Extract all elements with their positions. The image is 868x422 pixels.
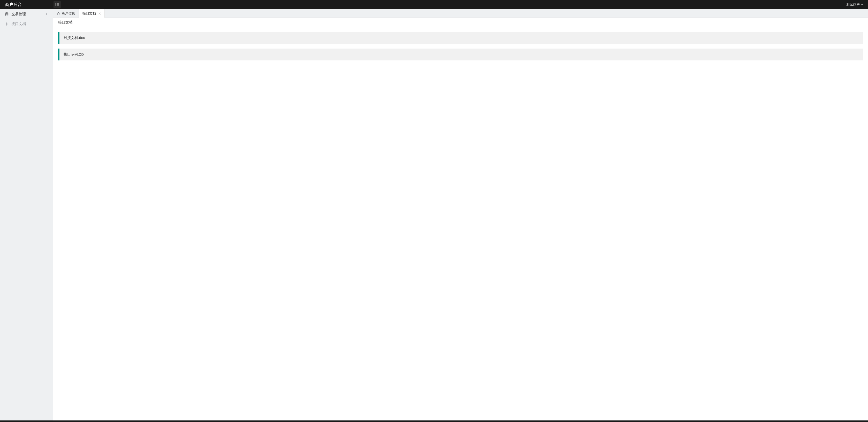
sidebar-item-transactions[interactable]: 交易管理 [0, 9, 53, 19]
tab-label: 商户信息 [62, 11, 75, 16]
app-logo-text: 商户后台 [5, 2, 22, 7]
home-icon [57, 12, 60, 15]
svg-point-7 [6, 24, 7, 25]
page-container: 接口文档 对接文档.doc 接口示例.zip [53, 18, 868, 420]
tabs-bar: 商户信息 接口文档 [53, 9, 868, 18]
file-name: 接口示例.zip [64, 52, 84, 56]
sidebar-item-label: 接口文档 [11, 22, 26, 26]
sidebar-item-api-docs[interactable]: 接口文档 [0, 19, 53, 29]
tab-api-docs[interactable]: 接口文档 [79, 9, 105, 18]
sidebar-item-label: 交易管理 [11, 12, 26, 17]
file-item[interactable]: 对接文档.doc [58, 32, 863, 44]
svg-point-4 [56, 5, 56, 6]
app-header: 商户后台 测试商户 [0, 0, 868, 9]
file-name: 对接文档.doc [64, 36, 85, 40]
page-title-text: 接口文档 [58, 20, 73, 25]
svg-point-0 [56, 3, 56, 4]
user-menu[interactable]: 测试商户 [846, 2, 868, 7]
tab-merchant-info[interactable]: 商户信息 [53, 9, 79, 18]
svg-point-2 [56, 4, 56, 5]
page-body: 对接文档.doc 接口示例.zip [53, 27, 868, 70]
svg-point-6 [5, 13, 8, 14]
app-logo: 商户后台 [0, 0, 53, 9]
tab-label: 接口文档 [83, 11, 96, 16]
sidebar-toggle-button[interactable] [54, 1, 61, 8]
content-area: 商户信息 接口文档 接口文档 对接文档.doc [53, 9, 868, 420]
gear-icon [5, 22, 9, 26]
database-icon [5, 12, 9, 16]
file-item[interactable]: 接口示例.zip [58, 48, 863, 60]
app-layout: 交易管理 接口文档 [0, 9, 868, 420]
user-name-label: 测试商户 [846, 2, 860, 7]
caret-down-icon [861, 4, 863, 5]
page-title: 接口文档 [53, 18, 868, 27]
chevron-left-icon [45, 13, 48, 15]
menu-list-icon [55, 3, 59, 6]
close-icon[interactable] [98, 12, 101, 15]
sidebar: 交易管理 接口文档 [0, 9, 53, 420]
